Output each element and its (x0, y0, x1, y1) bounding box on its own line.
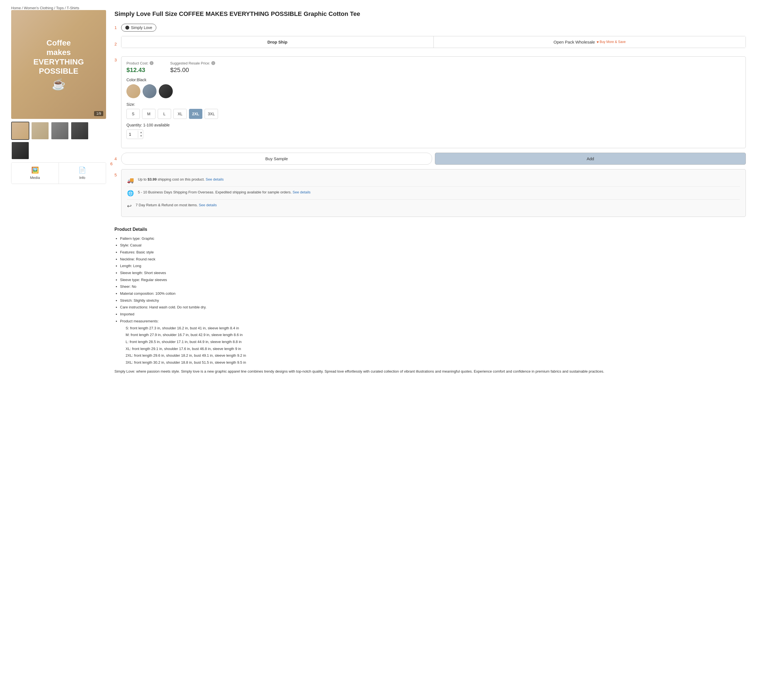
shipping-cost-link[interactable]: See details (206, 177, 224, 181)
pd-item-material: Material composition: 100% cotton (120, 290, 746, 297)
product-details-list: Pattern type: Graphic Style: Casual Feat… (114, 235, 746, 366)
quantity-input-wrap: ▲ ▼ (127, 130, 143, 139)
media-icon: 🖼️ (31, 167, 39, 174)
size-btn-s[interactable]: S (127, 109, 140, 119)
size-btn-m[interactable]: M (142, 109, 155, 119)
breadcrumb-womens[interactable]: Women's Clothing (24, 6, 53, 10)
quantity-label: Quantity: 1-100 available (127, 123, 741, 127)
measure-2xl: 2XL: front length 29.6 in, shoulder 18.2… (120, 352, 746, 359)
step5-label: 5 (114, 172, 118, 177)
color-label: Color:Black (127, 78, 741, 82)
open-pack-label: Open Pack Wholesale (554, 40, 595, 44)
shirt-graphic-text: CoffeemakesEVERYTHINGPOSSIBLE ☕ (28, 33, 89, 96)
open-pack-tab[interactable]: Open Pack Wholesale ♥ Buy More & Save (434, 36, 746, 48)
step4-label: 4 (114, 156, 118, 161)
breadcrumb: Home / Women's Clothing / Tops / T-Shirt… (11, 6, 746, 10)
color-section: Color:Black (127, 78, 741, 98)
color-swatch-tan[interactable] (127, 84, 141, 98)
buy-sample-button[interactable]: Buy Sample (121, 153, 432, 165)
thumb-img-2 (31, 122, 48, 139)
thumbnail-5[interactable] (11, 142, 29, 159)
tab-info-label: Info (79, 175, 85, 180)
shipping-cost-text: Up to $3.99 shipping cost on this produc… (138, 177, 224, 182)
add-button[interactable]: Add (435, 153, 746, 165)
return-policy-text: 7 Day Return & Refund on most items. See… (136, 202, 217, 208)
product-options-box: Product Cost: i $12.43 Suggested Resale … (121, 56, 746, 148)
pricing-row: Product Cost: i $12.43 Suggested Resale … (127, 61, 741, 74)
color-swatch-black[interactable] (159, 84, 173, 98)
step2-label: 2 (114, 42, 118, 46)
breadcrumb-tops[interactable]: Tops (56, 6, 64, 10)
globe-icon: 🌐 (127, 190, 134, 197)
color-swatches (127, 84, 741, 98)
breadcrumb-tshirts[interactable]: T-Shirts (67, 6, 79, 10)
business-days-link[interactable]: See details (292, 190, 310, 194)
drop-ship-tab[interactable]: Drop Ship (121, 36, 433, 48)
info-icon: 📄 (78, 167, 86, 174)
shipping-cost-row: 🚚 Up to $3.99 shipping cost on this prod… (127, 174, 740, 186)
image-counter: 1/9 (94, 111, 103, 116)
product-cost-info-icon[interactable]: i (150, 61, 153, 65)
pd-item-care: Care instructions: Hand wash cold. Do no… (120, 304, 746, 311)
size-label: Size: (127, 102, 741, 106)
measure-xl: XL: front length 29.1 in, shoulder 17.6 … (120, 345, 746, 353)
action-buttons-section: 4 Buy Sample Add (114, 153, 746, 165)
thumb-img-1 (12, 122, 29, 139)
product-cost-value: $12.43 (127, 66, 153, 74)
step6-label: 6 (110, 161, 113, 166)
breadcrumb-home[interactable]: Home (11, 6, 21, 10)
thumbnail-row (11, 122, 106, 159)
brand-description: Simply Love: where passion meets style. … (114, 369, 746, 375)
return-policy-link[interactable]: See details (199, 203, 217, 207)
main-image-container: NEW CoffeemakesEVERYTHINGPOSSIBLE ☕ 1/9 (11, 10, 106, 119)
pd-item-neckline: Neckline: Round neck (120, 256, 746, 263)
pricing-options-section: 3 Product Cost: i $12.43 (114, 56, 746, 148)
quantity-arrows: ▲ ▼ (138, 131, 143, 138)
quantity-down-arrow[interactable]: ▼ (138, 134, 143, 138)
quantity-input[interactable] (127, 130, 138, 139)
product-cost-block: Product Cost: i $12.43 (127, 61, 153, 74)
pd-item-imported: Imported (120, 311, 746, 318)
brand-name-label: Simply Love (131, 25, 152, 30)
return-icon: ↩ (127, 203, 132, 209)
pd-item-length: Length: Long (120, 262, 746, 270)
action-buttons: Buy Sample Add (121, 153, 746, 165)
measure-s: S: front length 27.3 in, shoulder 16.2 i… (120, 325, 746, 332)
thumbnail-3[interactable] (51, 122, 69, 140)
return-policy-row: ↩ 7 Day Return & Refund on most items. S… (127, 199, 740, 212)
quantity-up-arrow[interactable]: ▲ (138, 131, 143, 134)
pd-item-pattern: Pattern type: Graphic (120, 235, 746, 242)
measure-3xl: 3XL: front length 30.2 in, shoulder 18.8… (120, 359, 746, 366)
suggested-resale-label: Suggested Resale Price: i (170, 61, 215, 65)
product-details-title: Product Details (114, 227, 746, 232)
shipping-info-box: 🚚 Up to $3.99 shipping cost on this prod… (121, 169, 746, 217)
thumbnail-1[interactable] (11, 122, 29, 140)
tab-media[interactable]: 🖼️ Media (11, 163, 59, 184)
business-days-row: 🌐 5 - 10 Business Days Shipping From Ove… (127, 186, 740, 199)
product-details-section: Product Details Pattern type: Graphic St… (114, 227, 746, 375)
product-title: Simply Love Full Size COFFEE MAKES EVERY… (114, 10, 746, 18)
pd-item-measurements: Product measurements: S: front length 27… (120, 318, 746, 366)
size-btn-2xl[interactable]: 2XL (189, 109, 202, 119)
pd-item-sleeve-length: Sleeve length: Short sleeves (120, 270, 746, 277)
tab-info[interactable]: 📄 Info (59, 163, 106, 184)
thumb-img-4 (71, 122, 88, 139)
measure-l: L: front length 28.5 in, shoulder 17.1 i… (120, 339, 746, 345)
right-panel: Simply Love Full Size COFFEE MAKES EVERY… (114, 10, 746, 375)
shipping-tabs-section: 2 Drop Ship Open Pack Wholesale ♥ Buy Mo… (114, 36, 746, 52)
suggested-resale-info-icon[interactable]: i (211, 61, 215, 65)
thumb-img-5 (12, 142, 29, 159)
step3-label: 3 (114, 58, 118, 62)
suggested-resale-value: $25.00 (170, 66, 215, 74)
measure-m: M: front length 27.9 in, shoulder 16.7 i… (120, 331, 746, 339)
left-panel: NEW CoffeemakesEVERYTHINGPOSSIBLE ☕ 1/9 (11, 10, 106, 375)
pd-item-sheer: Sheer: No (120, 283, 746, 290)
brand-logo-icon (125, 26, 129, 30)
thumbnail-2[interactable] (31, 122, 49, 140)
brand-badge[interactable]: Simply Love (121, 24, 156, 31)
size-btn-l[interactable]: L (158, 109, 171, 119)
size-btn-xl[interactable]: XL (174, 109, 187, 119)
size-btn-3xl[interactable]: 3XL (205, 109, 218, 119)
thumbnail-4[interactable] (70, 122, 89, 140)
color-swatch-bluegray[interactable] (142, 84, 156, 98)
